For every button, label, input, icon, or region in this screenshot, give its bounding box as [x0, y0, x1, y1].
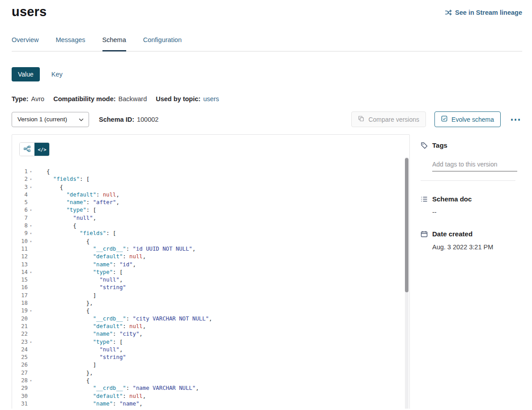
schema-doc-section: Schema doc --	[421, 195, 522, 216]
code-line: 28▾ {	[12, 377, 409, 384]
key-toggle-link[interactable]: Key	[51, 71, 63, 78]
line-number: 1	[12, 168, 28, 175]
code-line: 25 "string"	[12, 354, 409, 361]
tags-section: Tags	[421, 141, 522, 181]
fold-spacer	[28, 284, 34, 291]
code-text: "name": "name",	[34, 400, 143, 408]
editor-mode-toggle: </>	[19, 142, 50, 156]
fold-toggle-icon[interactable]: ▾	[28, 269, 34, 276]
schema-doc-heading: Schema doc	[421, 195, 522, 203]
code-text: "name": "after",	[34, 199, 119, 206]
schema-id-value: 100002	[137, 116, 158, 123]
add-tags-input[interactable]	[432, 160, 517, 171]
schema-doc-heading-label: Schema doc	[432, 195, 472, 203]
line-number: 15	[12, 276, 28, 284]
calendar-icon	[421, 231, 428, 238]
code-line: 21 "default": null,	[12, 323, 409, 330]
compatibility-label: Compatibility mode:	[53, 95, 115, 102]
fold-toggle-icon[interactable]: ▾	[28, 222, 34, 230]
fold-spacer	[28, 261, 34, 269]
code-view-icon: </>	[38, 147, 47, 152]
tab-messages[interactable]: Messages	[55, 36, 85, 51]
editor-scrollbar[interactable]	[405, 157, 409, 409]
fold-spacer	[28, 400, 34, 408]
code-text: "type": [	[34, 408, 123, 409]
topic-link[interactable]: users	[203, 95, 219, 102]
more-options-button[interactable]: ⋯	[509, 117, 522, 122]
code-text: "type": [	[34, 269, 123, 276]
date-created-heading: Date created	[421, 230, 522, 238]
code-line: 22 "name": "city",	[12, 330, 409, 338]
fold-toggle-icon[interactable]: ▾	[28, 238, 34, 245]
code-text: "__crdb__": "id UUID NOT NULL",	[34, 245, 196, 253]
tab-overview[interactable]: Overview	[12, 36, 38, 51]
code-text: "null",	[34, 346, 123, 354]
evolve-schema-button[interactable]: Evolve schema	[434, 111, 501, 127]
code-line: 10▾ {	[12, 238, 409, 245]
page-title: users	[12, 4, 47, 19]
compare-icon	[358, 115, 364, 123]
list-icon	[421, 196, 428, 203]
line-number: 4	[12, 191, 28, 199]
schema-toolbar: Version 1 (current) Schema ID: 100002 Co…	[12, 111, 522, 127]
fold-toggle-icon[interactable]: ▾	[28, 230, 34, 237]
fold-spacer	[28, 245, 34, 253]
code-text: "null",	[34, 214, 96, 222]
compare-versions-button[interactable]: Compare versions	[351, 111, 426, 127]
line-number: 21	[12, 323, 28, 330]
value-toggle-button[interactable]: Value	[12, 67, 40, 81]
version-select[interactable]: Version 1 (current)	[12, 112, 89, 127]
code-text: "fields": [	[34, 230, 116, 237]
code-line: 9▾ "fields": [	[12, 230, 409, 237]
line-number: 23	[12, 338, 28, 346]
line-number: 19	[12, 307, 28, 315]
line-number: 11	[12, 245, 28, 253]
fold-spacer	[28, 292, 34, 299]
code-text: "default": null,	[34, 323, 146, 330]
line-number: 13	[12, 261, 28, 269]
line-number: 14	[12, 269, 28, 276]
evolve-schema-label: Evolve schema	[451, 116, 494, 123]
code-text: "name": "city",	[34, 330, 143, 338]
code-line: 27 },	[12, 369, 409, 377]
line-number: 32	[12, 408, 28, 409]
line-number: 7	[12, 214, 28, 222]
fold-toggle-icon[interactable]: ▾	[28, 184, 34, 191]
fold-spacer	[28, 346, 34, 354]
code-line: 11 "__crdb__": "id UUID NOT NULL",	[12, 245, 409, 253]
fold-toggle-icon[interactable]: ▾	[28, 175, 34, 183]
code-line: 18 },	[12, 299, 409, 307]
tree-view-button[interactable]	[20, 143, 34, 156]
code-editor[interactable]: 1▾{2▾ "fields": [3▾ {4 "default": null,5…	[12, 168, 409, 409]
code-line: 23▾ "type": [	[12, 338, 409, 346]
code-text: "default": null,	[34, 191, 119, 199]
code-line: 8▾ {	[12, 222, 409, 230]
schema-meta-row: Type: Avro Compatibility mode: Backward …	[12, 95, 522, 102]
rail-divider	[421, 180, 515, 181]
code-line: 24 "null",	[12, 346, 409, 354]
stream-lineage-link[interactable]: See in Stream lineage	[445, 9, 522, 16]
code-text: "type": [	[34, 338, 123, 346]
fold-toggle-icon[interactable]: ▾	[28, 377, 34, 384]
fold-spacer	[28, 330, 34, 338]
tab-schema[interactable]: Schema	[102, 36, 126, 51]
fold-toggle-icon[interactable]: ▾	[28, 338, 34, 346]
fold-toggle-icon[interactable]: ▾	[28, 408, 34, 409]
fold-toggle-icon[interactable]: ▾	[28, 168, 34, 175]
fold-toggle-icon[interactable]: ▾	[28, 206, 34, 214]
line-number: 28	[12, 377, 28, 384]
line-number: 9	[12, 230, 28, 237]
code-text: "name": "id",	[34, 261, 136, 269]
editor-scrollbar-thumb[interactable]	[405, 158, 409, 292]
code-line: 19▾ {	[12, 307, 409, 315]
tab-configuration[interactable]: Configuration	[143, 36, 182, 51]
tag-icon	[421, 142, 428, 149]
code-view-button[interactable]: </>	[34, 143, 49, 156]
schema-id-label: Schema ID:	[99, 116, 134, 123]
version-select-value: Version 1 (current)	[17, 116, 67, 123]
fold-spacer	[28, 361, 34, 369]
fold-toggle-icon[interactable]: ▾	[28, 307, 34, 315]
tags-heading-label: Tags	[432, 141, 447, 149]
code-line: 7 "null",	[12, 214, 409, 222]
code-text: ]	[34, 361, 96, 369]
